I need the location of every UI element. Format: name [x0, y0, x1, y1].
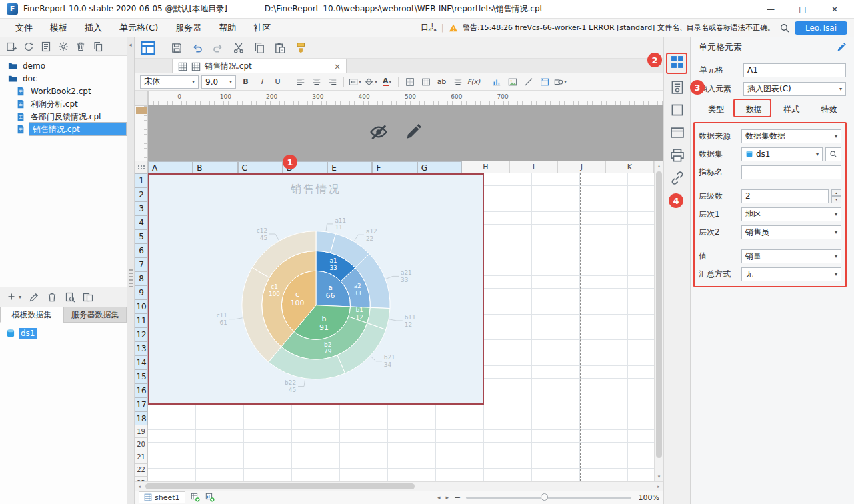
valign-button[interactable] — [451, 75, 465, 89]
border-button[interactable] — [403, 75, 417, 89]
row-header-13[interactable]: 13 — [135, 341, 148, 355]
zoom-slider[interactable] — [466, 497, 631, 499]
italic-button[interactable]: I — [255, 75, 269, 89]
align-center-button[interactable] — [309, 75, 323, 89]
menu-item-模板[interactable]: 模板 — [41, 19, 76, 37]
font-size-select[interactable]: 9.0 ▾ — [201, 75, 236, 89]
delete-icon[interactable] — [75, 41, 86, 52]
row-header-16[interactable]: 16 — [135, 383, 148, 397]
menu-item-帮助[interactable]: 帮助 — [210, 19, 245, 37]
wrap-text-button[interactable]: ab — [435, 75, 449, 89]
dataset-search-button[interactable] — [825, 147, 841, 161]
column-header-A[interactable]: A — [148, 161, 193, 173]
refresh-icon[interactable] — [23, 41, 34, 52]
add-grid-sheet-button[interactable] — [191, 493, 200, 502]
select-汇总方式[interactable]: 无▾ — [741, 267, 841, 281]
float-element-icon[interactable] — [670, 103, 685, 117]
column-header-J[interactable]: J — [558, 161, 606, 173]
paste-button[interactable] — [274, 42, 286, 54]
scroll-up-icon[interactable]: ▴ — [655, 161, 663, 171]
hyperlink-icon[interactable] — [670, 171, 685, 185]
tree-item-利润分析.cpt[interactable]: 利润分析.cpt — [0, 97, 127, 110]
edit-pencil-icon[interactable] — [404, 123, 423, 141]
column-header-F[interactable]: F — [372, 161, 417, 173]
template-list-icon[interactable] — [41, 41, 51, 52]
chart-object[interactable]: a66a133a1111a1222a233a2133b91b112b1112b2… — [148, 173, 484, 405]
row-header-22[interactable]: 22 — [135, 464, 148, 477]
scroll-right-icon[interactable]: ▸ — [654, 482, 663, 491]
insert-chart-button[interactable] — [489, 75, 503, 89]
log-button[interactable]: 日志 — [421, 22, 437, 33]
font-family-select[interactable]: 宋体 ▾ — [140, 75, 199, 89]
select-数据来源[interactable]: 数据集数据▾ — [741, 129, 841, 143]
menu-item-文件[interactable]: 文件 — [7, 19, 41, 37]
maximize-button[interactable]: □ — [795, 5, 810, 14]
cell-grid-button[interactable] — [419, 75, 433, 89]
column-header-G[interactable]: G — [417, 161, 462, 173]
tree-item-WorkBook2.cpt[interactable]: WorkBook2.cpt — [0, 85, 127, 97]
underline-button[interactable]: U — [271, 75, 285, 89]
row-header-11[interactable]: 11 — [135, 313, 148, 327]
copy-icon[interactable] — [93, 41, 103, 52]
tab-类型[interactable]: 类型 — [697, 101, 735, 117]
font-color-button[interactable]: A▾ — [380, 75, 394, 89]
row-header-5[interactable]: 5 — [135, 229, 148, 243]
panel-splitter[interactable]: ◂ — [127, 37, 135, 504]
minimize-button[interactable]: — — [763, 5, 778, 14]
row-header-21[interactable]: 21 — [135, 451, 148, 464]
splitter-grip[interactable] — [129, 269, 133, 287]
bold-button[interactable]: B — [239, 75, 253, 89]
sheet-next-icon[interactable]: ▸ — [445, 494, 449, 501]
row-header-8[interactable]: 8 — [135, 271, 148, 285]
column-header-K[interactable]: K — [606, 161, 654, 173]
row-header-12[interactable]: 12 — [135, 327, 148, 341]
column-header-B[interactable]: B — [193, 161, 237, 173]
select-值[interactable]: 销量▾ — [741, 249, 841, 263]
save-button[interactable] — [171, 42, 183, 54]
zoom-handle[interactable] — [541, 493, 548, 501]
insert-widget-button[interactable] — [537, 75, 551, 89]
menu-item-单元格(C)[interactable]: 单元格(C) — [111, 19, 167, 37]
column-header-H[interactable]: H — [462, 161, 510, 173]
row-header-15[interactable]: 15 — [135, 369, 148, 383]
select-all-corner[interactable] — [135, 161, 148, 173]
row-header-1[interactable]: 1 — [135, 173, 148, 187]
select-数据集[interactable]: ds1▾ — [741, 147, 823, 161]
row-header-17[interactable]: 17 — [135, 397, 148, 411]
delete-icon[interactable] — [47, 292, 57, 303]
collapse-panel-icon[interactable]: ◂ — [129, 41, 132, 48]
document-tab[interactable]: 销售情况.cpt × — [172, 59, 347, 73]
vertical-scrollbar[interactable]: ▴ ▾ — [654, 161, 663, 481]
spinner-up-icon[interactable]: ▴ — [831, 189, 841, 197]
spinner-down-icon[interactable]: ▾ — [831, 196, 841, 203]
zoom-out-button[interactable]: − — [454, 493, 461, 502]
column-header-I[interactable]: I — [510, 161, 558, 173]
cell-reference-input[interactable]: A1 — [743, 63, 846, 77]
menu-item-插入[interactable]: 插入 — [76, 19, 111, 37]
row-header-23[interactable]: 23 — [135, 477, 148, 481]
dataset-tab-模板数据集[interactable]: 模板数据集 — [0, 307, 63, 323]
row-header-9[interactable]: 9 — [135, 285, 148, 299]
add-chart-sheet-button[interactable] — [205, 493, 215, 502]
add-dataset-icon[interactable] — [7, 292, 17, 303]
tree-item-销售情况.cpt[interactable]: 销售情况.cpt — [0, 123, 127, 135]
new-template-icon[interactable] — [6, 41, 17, 52]
row-header-10[interactable]: 10 — [135, 299, 148, 313]
undo-button[interactable] — [191, 42, 203, 54]
vscroll-thumb[interactable] — [656, 171, 662, 458]
input-指标名[interactable] — [741, 165, 841, 179]
spinner-层级数[interactable]: 2 — [741, 189, 829, 203]
copy-button[interactable] — [253, 42, 265, 54]
merge-cells-button[interactable]: ▾ — [348, 75, 362, 89]
sheet-prev-icon[interactable]: ◂ — [437, 494, 441, 501]
user-account-button[interactable]: Leo.Tsai — [795, 21, 847, 35]
tree-item-demo[interactable]: demo — [0, 59, 127, 72]
preview-dataset-icon[interactable] — [65, 292, 75, 303]
row-header-3[interactable]: 3 — [135, 201, 148, 215]
format-painter-button[interactable] — [295, 42, 307, 54]
redo-button[interactable] — [212, 42, 224, 54]
align-right-button[interactable] — [325, 75, 339, 89]
row-header-18[interactable]: 18 — [135, 411, 148, 425]
row-header-14[interactable]: 14 — [135, 355, 148, 369]
dataset-tab-服务器数据集[interactable]: 服务器数据集 — [63, 307, 127, 323]
